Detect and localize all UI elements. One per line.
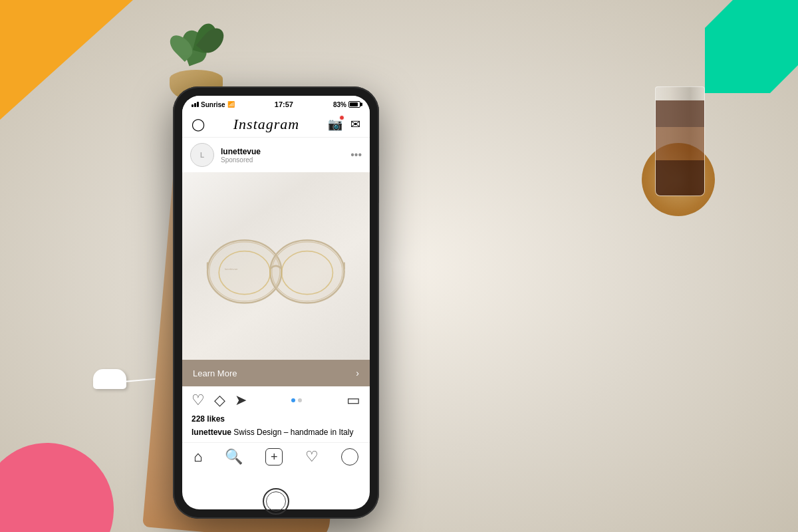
sponsored-label: Sponsored [221,156,344,164]
battery-percent: 83% [333,101,346,108]
signal-bar-3 [197,102,199,107]
svg-text:lunettevue: lunettevue [225,267,238,271]
like-icon[interactable]: ♡ [192,392,205,409]
wifi-icon: 📶 [227,101,235,108]
post-user-info: lunettevue Sponsored [221,147,344,164]
post-caption: lunettevue Swiss Design – handmade in It… [182,426,370,442]
chevron-right-icon: › [356,368,359,378]
post-header: L lunettevue Sponsored ••• [182,138,370,172]
phone-screen: Sunrise 📶 17:57 83% ◯︎ Instagram [182,96,370,509]
nav-heart-icon[interactable]: ♡ [305,448,319,466]
header-right-icons: 📷 ✉ [328,117,360,132]
carousel-dots [291,398,302,402]
signal-bars [192,102,199,107]
status-bar: Sunrise 📶 17:57 83% [182,96,370,112]
post-actions-left: ♡ ◇ ➤ [192,392,247,409]
add-plus-icon: + [271,450,278,464]
direct-messages-icon[interactable]: ✉ [350,117,360,132]
learn-more-button[interactable]: Learn More › [182,360,370,386]
nav-search-icon[interactable]: 🔍 [225,448,243,466]
nav-add-icon[interactable]: + [265,448,283,466]
comment-icon[interactable]: ◇ [214,392,225,409]
share-icon[interactable]: ➤ [235,392,247,409]
signal-bar-1 [192,104,194,107]
liquid-layer [656,160,704,196]
carousel-dot-1 [291,398,295,402]
post-likes: 228 likes [182,414,370,426]
battery-icon [348,101,360,108]
nav-profile-icon[interactable] [341,448,358,466]
post-more-options[interactable]: ••• [350,149,362,161]
nav-home-icon[interactable]: ⌂ [194,448,202,466]
post-actions: ♡ ◇ ➤ ▭ [182,386,370,414]
yellow-triangle-shape [0,0,133,120]
post-image: lunettevue [182,172,370,360]
glasses-image: lunettevue [196,186,356,346]
instagram-logo: Instagram [233,116,299,133]
home-button[interactable] [263,488,289,515]
hand-holding-phone: Sunrise 📶 17:57 83% ◯︎ Instagram [120,66,452,532]
phone: Sunrise 📶 17:57 83% ◯︎ Instagram [173,86,379,519]
notification-dot [339,115,344,120]
status-right: 83% [333,101,360,108]
camera-icon[interactable]: ◯︎ [192,117,205,132]
learn-more-label: Learn More [193,368,237,378]
bottom-navigation: ⌂ 🔍 + ♡ [182,442,370,471]
glass-body [655,86,705,196]
phone-side-button [378,166,379,203]
avatar[interactable]: L [190,143,214,167]
bookmark-icon[interactable]: ▭ [346,392,360,409]
carrier-name: Sunrise [201,101,225,108]
caption-username[interactable]: lunettevue [192,428,231,437]
status-time: 17:57 [275,100,293,108]
avatar-placeholder: L [200,152,204,159]
drink-glass [652,86,712,206]
glasses-svg: lunettevue [196,186,356,346]
liquid-layer [656,127,704,160]
home-button-inner [266,491,286,511]
green-shape [705,0,798,93]
activity-icon[interactable]: 📷 [328,117,342,132]
status-left: Sunrise 📶 [192,101,235,108]
battery-fill [350,102,358,106]
post-username[interactable]: lunettevue [221,147,344,156]
battery-nub [360,103,362,106]
liquid-layer [656,100,704,127]
signal-bar-2 [194,103,196,107]
carousel-dot-2 [298,398,302,402]
caption-text: Swiss Design – handmade in Italy [233,428,353,437]
instagram-header: ◯︎ Instagram 📷 ✉ [182,112,370,138]
